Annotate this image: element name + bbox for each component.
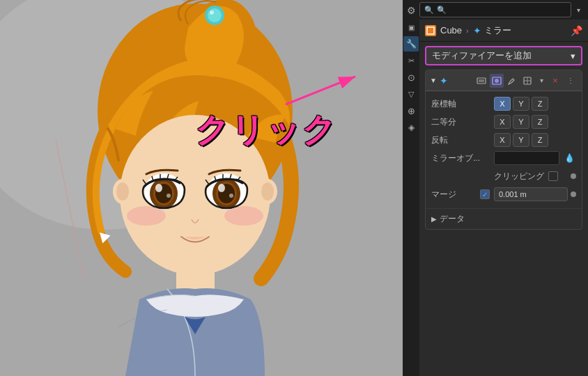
axis-label: 座標軸 — [431, 98, 494, 110]
modifier-mode-icons: ▾ × ⋮ — [474, 74, 578, 88]
svg-point-4 — [208, 8, 222, 22]
data-label: データ — [440, 213, 465, 225]
modifier-properties: 座標軸 X Y Z 二等分 X Y — [426, 91, 582, 208]
axis-x-btn[interactable]: X — [494, 97, 511, 111]
svg-point-19 — [167, 194, 171, 198]
search-icon: 🔍 — [424, 6, 434, 15]
axis-y-btn[interactable]: Y — [513, 97, 529, 111]
right-panel: ≡ 🔍 ▾ ⚙ ▣ 🔧 ✂ ⊙ ▽ ⊕ ◈ — [403, 0, 588, 376]
object-icon — [425, 25, 436, 36]
data-section: ▶ データ — [426, 208, 582, 229]
render-icon[interactable] — [490, 74, 504, 88]
add-modifier-dropdown-icon: ▾ — [571, 51, 575, 61]
modifier-icon: ✦ — [440, 75, 448, 86]
modifier-options-btn[interactable]: ⋮ — [564, 74, 578, 88]
mode-dropdown-icon[interactable]: ▾ — [536, 75, 547, 86]
flip-y-btn[interactable]: Y — [513, 133, 529, 147]
mirror-obj-field[interactable] — [494, 151, 559, 165]
merge-checkbox[interactable]: ✓ — [480, 189, 490, 199]
merge-label: マージ — [431, 189, 480, 201]
pin-icon[interactable]: 📌 — [571, 25, 582, 36]
modifier-type-icon: ✦ — [473, 25, 481, 36]
flip-buttons: X Y Z — [494, 133, 548, 147]
click-label: クリック — [195, 108, 337, 152]
svg-point-18 — [155, 184, 162, 192]
bisect-y-btn[interactable]: Y — [513, 115, 529, 129]
modifier-name: ミラー — [484, 24, 511, 37]
bisect-x-btn[interactable]: X — [494, 115, 511, 129]
panel-sidebar: ⚙ ▣ 🔧 ✂ ⊙ ▽ ⊕ ◈ — [403, 19, 419, 376]
realtime-icon[interactable] — [474, 74, 488, 88]
sidebar-icon-modifier[interactable]: 🔧 — [403, 36, 419, 52]
flip-x-btn[interactable]: X — [494, 133, 511, 147]
svg-point-29 — [218, 184, 225, 192]
bisect-z-btn[interactable]: Z — [532, 115, 548, 129]
svg-rect-38 — [428, 29, 433, 33]
data-header[interactable]: ▶ データ — [431, 213, 576, 225]
sidebar-icon-material[interactable]: ◈ — [403, 120, 419, 135]
add-modifier-button[interactable]: モディファイアーを追加 ▾ — [425, 46, 582, 65]
mirror-obj-label: ミラーオブ... — [431, 152, 494, 164]
arrow-indicator — [279, 70, 362, 111]
merge-dot — [571, 191, 576, 197]
eyedropper-btn[interactable]: 💧 — [562, 151, 576, 165]
svg-point-10 — [116, 182, 129, 201]
breadcrumb-object: Cube — [440, 25, 462, 36]
axis-z-btn[interactable]: Z — [532, 97, 548, 111]
search-bar[interactable]: 🔍 — [419, 2, 571, 17]
svg-rect-40 — [479, 79, 484, 82]
clipping-checkbox[interactable] — [548, 171, 558, 181]
viewport[interactable]: クリック — [0, 0, 403, 376]
breadcrumb-bar: Cube › ✦ ミラー 📌 — [419, 19, 588, 42]
sidebar-icon-data[interactable]: ⊕ — [403, 103, 419, 118]
edit-mode-icon[interactable] — [505, 74, 519, 88]
flip-label: 反転 — [431, 134, 494, 146]
modifier-header: ▼ ✦ — [426, 70, 582, 91]
svg-point-42 — [495, 79, 499, 83]
svg-point-11 — [261, 182, 274, 201]
breadcrumb-separator: › — [466, 26, 469, 35]
sidebar-icon-object[interactable]: ▣ — [403, 19, 419, 35]
clipping-row: クリッピング — [431, 168, 576, 185]
cage-icon[interactable] — [520, 74, 534, 88]
collapse-icon[interactable]: ▼ — [430, 77, 437, 84]
data-collapse-icon: ▶ — [431, 215, 437, 223]
sidebar-icon-constraints[interactable]: ▽ — [403, 86, 419, 102]
clipping-label: クリッピング — [494, 171, 544, 182]
merge-row: マージ ✓ 0.001 m — [431, 186, 576, 203]
sidebar-icon-particles[interactable]: ✂ — [403, 53, 419, 68]
add-modifier-label: モディファイアーを追加 — [432, 49, 532, 62]
clipping-dot — [571, 173, 576, 179]
merge-value-field[interactable]: 0.001 m — [494, 187, 568, 201]
search-input[interactable] — [437, 6, 566, 14]
flip-z-btn[interactable]: Z — [532, 133, 548, 147]
bisect-row: 二等分 X Y Z — [431, 113, 576, 130]
bisect-buttons: X Y Z — [494, 115, 548, 129]
svg-point-5 — [210, 10, 214, 15]
close-modifier-btn[interactable]: × — [548, 74, 562, 88]
modifier-panel: ▼ ✦ — [425, 70, 582, 230]
panel-top-bar: ≡ 🔍 ▾ — [403, 0, 588, 19]
flip-row: 反転 X Y Z — [431, 132, 576, 148]
axis-buttons: X Y Z — [494, 97, 548, 111]
sidebar-icon-physics[interactable]: ⊙ — [403, 70, 419, 85]
bisect-label: 二等分 — [431, 116, 494, 128]
mirror-object-row: ミラーオブ... 💧 — [431, 150, 576, 166]
svg-point-30 — [229, 194, 233, 198]
panel-expand-icon[interactable]: ▾ — [571, 3, 585, 17]
panel-main: Cube › ✦ ミラー 📌 モディファイアーを追加 ▾ — [419, 19, 588, 376]
breadcrumb-modifier: ✦ ミラー — [473, 24, 511, 37]
axis-row: 座標軸 X Y Z — [431, 95, 576, 112]
